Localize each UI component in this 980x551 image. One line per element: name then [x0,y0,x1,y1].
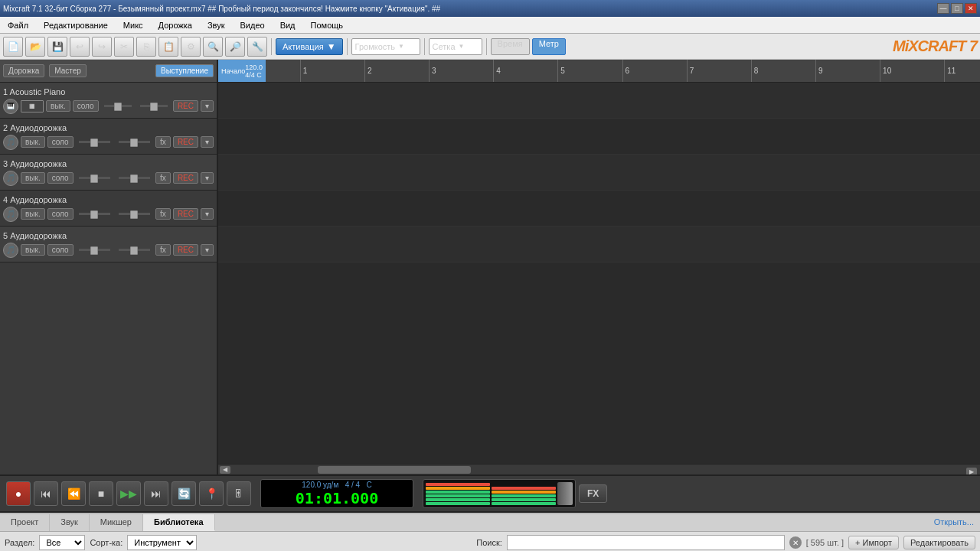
track-2-mute[interactable]: вык. [21,136,45,148]
track-4-vol-slider[interactable] [119,213,150,215]
track-4-rec[interactable]: REC [173,208,198,220]
ruler-mark-7: 7 [687,60,694,82]
activation-button[interactable]: Активация ▼ [276,38,343,55]
scroll-right-btn[interactable]: ▶ [966,468,977,474]
track-4-solo[interactable]: соло [47,208,74,220]
scissors-button[interactable]: ✂ [114,37,134,57]
tools-button[interactable]: 🔧 [247,37,267,57]
scroll-thumb[interactable] [318,466,471,474]
menu-track[interactable]: Дорожка [154,19,197,31]
ruler-bpm: 120.0 4/4 C [245,64,263,79]
sort-select[interactable]: Инструмент [127,535,197,550]
library-panel: Проект Звук Микшер Библиотека Открыть...… [0,513,980,551]
track-3-mute[interactable]: вык. [21,172,45,184]
goto-start-button[interactable]: ⏮ [34,481,58,506]
loop-button[interactable]: 🔄 [172,481,196,506]
track-3-vol-slider[interactable] [119,177,150,179]
track-1-rec[interactable]: REC [173,100,198,112]
save-button[interactable]: 💾 [47,37,67,57]
marker-button[interactable]: 📍 [199,481,224,506]
track-1-more[interactable]: ▾ [201,100,214,112]
track-2-vol-slider[interactable] [119,141,150,143]
undo-button[interactable]: ↩ [70,37,90,57]
grid-row-1 [218,83,980,119]
new-button[interactable]: 📄 [3,37,23,57]
settings-button[interactable]: ⚙ [181,37,201,57]
open-button[interactable]: 📂 [25,37,45,57]
track-3-more[interactable]: ▾ [201,172,214,184]
section-select[interactable]: Все [39,535,85,550]
track-header-btn[interactable]: Дорожка [3,64,44,77]
track-5-vol-slider[interactable] [119,249,150,251]
master-volume-knob[interactable] [557,482,573,505]
volume-dropdown[interactable]: Громкость ▼ [351,38,420,55]
track-2-more[interactable]: ▾ [201,136,214,148]
lib-tab-sound[interactable]: Звук [50,514,90,531]
track-5-mute[interactable]: вык. [21,244,45,256]
menu-mix[interactable]: Микс [119,19,148,31]
import-button[interactable]: + Импорт [848,536,899,549]
horizontal-scrollbar[interactable]: ◀ ▶ [218,464,980,474]
search-button[interactable]: 🔍 [203,37,223,57]
menu-edit[interactable]: Редактирование [39,19,113,31]
meter-right [492,482,556,505]
track-5-name: 5 Аудиодорожка [3,231,214,240]
ruler-mark-4: 4 [493,60,501,82]
menu-sound[interactable]: Звук [203,19,230,31]
minimize-button[interactable]: — [937,3,949,14]
track-4-mute[interactable]: вык. [21,208,45,220]
track-1-mute[interactable]: вык. [46,100,70,112]
track-4-pan-slider[interactable] [79,213,110,215]
track-1-solo[interactable]: соло [73,100,99,112]
paste-button[interactable]: 📋 [158,37,178,57]
track-5-pan-slider[interactable] [79,249,110,251]
mixer-button[interactable]: 🎚 [227,481,251,506]
track-4-fx[interactable]: fx [155,208,171,220]
master-header-btn[interactable]: Мастер [49,64,87,77]
track-2-pan-slider[interactable] [79,141,110,143]
stop-button[interactable]: ■ [89,481,113,506]
play-button[interactable]: ▶▶ [116,481,141,506]
metro-button[interactable]: Метр [532,38,566,55]
track-3-solo[interactable]: соло [47,172,74,184]
track-2-fx[interactable]: fx [155,136,171,148]
search2-button[interactable]: 🔎 [225,37,245,57]
lib-tab-library[interactable]: Библиотека [143,514,215,531]
menu-video[interactable]: Видео [236,19,270,31]
track-1-vol-slider[interactable] [140,105,168,107]
lib-tab-project[interactable]: Проект [0,514,50,531]
menu-help[interactable]: Помощь [306,19,348,31]
track-5-fx[interactable]: fx [155,244,171,256]
redo-button[interactable]: ↪ [92,37,112,57]
menu-view[interactable]: Вид [276,19,300,31]
track-3-rec[interactable]: REC [173,172,198,184]
time-button[interactable]: Время [491,38,530,55]
track-2-rec[interactable]: REC [173,136,198,148]
track-4-more[interactable]: ▾ [201,208,214,220]
copy-button[interactable]: ⎘ [136,37,156,57]
record-button[interactable]: ● [6,481,31,506]
menu-file[interactable]: Файл [3,19,33,31]
track-3-fx[interactable]: fx [155,172,171,184]
track-5-rec[interactable]: REC [173,244,198,256]
track-5-solo[interactable]: соло [47,244,74,256]
track-2-solo[interactable]: соло [47,136,74,148]
lib-tab-mixer[interactable]: Микшер [90,514,143,531]
track-1-piano[interactable]: ▦ [21,100,44,112]
search-clear-btn[interactable]: ✕ [789,536,802,549]
grid-dropdown[interactable]: Сетка ▼ [429,38,482,55]
maximize-button[interactable]: □ [951,3,963,14]
goto-end-button[interactable]: ⏭ [144,481,168,506]
lib-open-btn[interactable]: Открыть... [928,514,980,531]
performance-header-btn[interactable]: Выступление [155,64,214,77]
fx-button[interactable]: FX [579,484,607,503]
edit-button[interactable]: Редактировать [903,536,975,549]
track-5-more[interactable]: ▾ [201,244,214,256]
grid-row-4 [218,191,980,227]
rewind-button[interactable]: ⏪ [61,481,86,506]
scroll-left-btn[interactable]: ◀ [220,466,230,474]
track-3-pan-slider[interactable] [79,177,110,179]
close-button[interactable]: ✕ [965,3,977,14]
track-1-pan-slider[interactable] [104,105,132,107]
search-input[interactable] [507,535,785,550]
